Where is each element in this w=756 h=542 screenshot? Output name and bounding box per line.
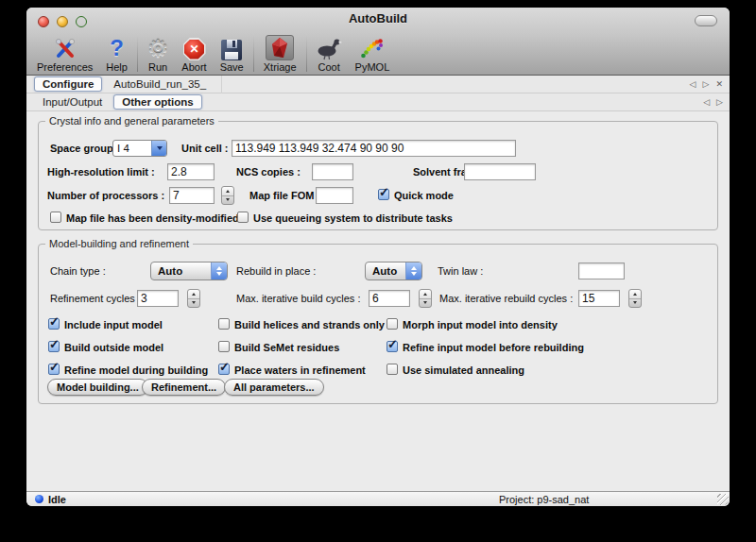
close-tab-icon[interactable]: ✕ (715, 80, 723, 89)
tab-input-output[interactable]: Input/Output (34, 94, 111, 110)
rebuild-in-place-popup[interactable]: Auto (365, 262, 422, 280)
num-processors-label: Number of processors : (47, 187, 164, 204)
status-bar: Idle Project: p9-sad_nat (26, 491, 730, 506)
build-semet-label[interactable]: Build SeMet residues (234, 341, 339, 354)
chevron-down-icon[interactable] (151, 141, 166, 156)
refine-during-building-checkbox[interactable] (48, 364, 60, 375)
build-semet-checkbox[interactable] (218, 341, 230, 352)
toolbar-separator (137, 34, 138, 72)
density-modified-checkbox[interactable] (50, 212, 61, 223)
up-down-arrows-icon (405, 263, 421, 279)
toolbar: Preferences ? Help ⚙ Run ✕ Abort (30, 28, 726, 75)
toolbar-item-label: Run (148, 61, 167, 73)
max-rebuild-cycles-stepper[interactable] (628, 289, 642, 308)
title-bar: AutoBuild Preferences ? Help (26, 8, 730, 76)
toolbar-separator (306, 34, 307, 72)
run-gear-icon: ⚙ (147, 36, 168, 60)
solvent-fraction-input[interactable] (464, 163, 536, 180)
high-res-input[interactable] (167, 163, 215, 180)
place-waters-label[interactable]: Place waters in refinement (234, 364, 366, 377)
close-window-button[interactable] (38, 16, 49, 27)
resize-grip[interactable] (717, 494, 729, 505)
twin-law-input[interactable] (578, 263, 625, 279)
help-question-icon: ? (110, 36, 124, 60)
run-button[interactable]: ⚙ Run (141, 28, 175, 75)
minimize-window-button[interactable] (57, 16, 68, 27)
xtriage-button[interactable]: Xtriage (257, 28, 303, 75)
toolbar-item-label: Coot (318, 61, 339, 73)
main-tab-controls: ◁ ▷ ✕ (690, 76, 723, 93)
refine-before-rebuild-label[interactable]: Refine input model before rebuilding (403, 341, 584, 354)
toolbar-separator (253, 34, 254, 72)
build-outside-model-label[interactable]: Build outside model (64, 341, 163, 354)
save-button[interactable]: Save (214, 28, 250, 75)
toolbar-toggle-button[interactable] (695, 15, 717, 26)
queueing-system-label[interactable]: Use queueing system to distribute tasks (253, 212, 453, 225)
max-build-cycles-label: Max. iterative build cycles : (236, 290, 360, 307)
max-build-cycles-input[interactable] (369, 290, 410, 307)
refinement-cycles-label: Refinement cycles : (50, 290, 141, 307)
chain-type-popup[interactable]: Auto (150, 262, 228, 280)
morph-model-label[interactable]: Morph input model into density (403, 318, 558, 331)
tab-other-options[interactable]: Other options (113, 94, 201, 110)
build-helices-label[interactable]: Build helices and strands only (234, 318, 385, 331)
ncs-copies-input[interactable] (312, 163, 353, 180)
rebuild-in-place-value: Auto (366, 263, 405, 279)
simulated-annealing-label[interactable]: Use simulated annealing (403, 364, 524, 377)
refinement-cycles-input[interactable] (137, 290, 179, 307)
tab-configure[interactable]: Configure (34, 76, 102, 92)
queueing-system-checkbox[interactable] (237, 212, 249, 223)
pymol-button[interactable]: PyMOL (349, 28, 397, 75)
coot-bird-icon (317, 33, 342, 60)
include-input-model-checkbox[interactable] (48, 318, 60, 330)
quick-mode-checkbox[interactable] (378, 189, 389, 200)
simulated-annealing-checkbox[interactable] (387, 364, 398, 375)
window-title: AutoBuild (83, 11, 673, 25)
place-waters-checkbox[interactable] (218, 364, 230, 375)
quick-mode-label[interactable]: Quick mode (394, 189, 454, 202)
save-floppy-icon (221, 33, 242, 60)
project-label: Project: p9-sad_nat (499, 494, 589, 505)
preferences-button[interactable]: Preferences (30, 28, 99, 75)
prev-tab-icon[interactable]: ◁ (703, 98, 710, 107)
next-tab-icon[interactable]: ▷ (716, 98, 723, 107)
num-processors-stepper[interactable] (221, 186, 234, 205)
toolbar-item-label: Preferences (37, 61, 93, 73)
tab-autobuild-run[interactable]: AutoBuild_run_35_ (105, 76, 215, 92)
max-rebuild-cycles-input[interactable] (578, 290, 620, 307)
build-helices-checkbox[interactable] (218, 318, 230, 330)
refine-during-building-label[interactable]: Refine model during building (64, 364, 208, 377)
refine-before-rebuild-checkbox[interactable] (387, 341, 398, 352)
refinement-cycles-stepper[interactable] (187, 289, 200, 308)
toolbar-item-label: Save (220, 61, 244, 73)
traffic-lights (38, 16, 87, 27)
next-tab-icon[interactable]: ▷ (703, 80, 710, 89)
num-processors-input[interactable] (169, 187, 215, 204)
rebuild-in-place-label: Rebuild in place : (236, 263, 316, 279)
model-building-button[interactable]: Model building... (47, 379, 148, 396)
refinement-button[interactable]: Refinement... (142, 379, 226, 396)
space-group-combo[interactable]: I 4 (112, 140, 167, 157)
space-group-value: I 4 (113, 141, 151, 156)
toolbar-item-label: Abort (181, 61, 206, 73)
high-res-label: High-resolution limit : (47, 163, 155, 180)
groupbox-caption: Model-building and refinement (45, 237, 193, 250)
toolbar-item-label: Xtriage (264, 61, 297, 73)
groupbox-caption: Crystal info and general parameters (45, 114, 218, 127)
build-outside-model-checkbox[interactable] (48, 341, 60, 352)
sub-tab-controls: ◁ ▷ (703, 93, 723, 111)
density-modified-label[interactable]: Map file has been density-modified (66, 212, 239, 225)
help-button[interactable]: ? Help (99, 28, 134, 75)
main-tab-bar: Configure AutoBuild_run_35_ ◁ ▷ ✕ (26, 76, 730, 93)
unit-cell-input[interactable] (232, 140, 516, 157)
max-build-cycles-stepper[interactable] (419, 289, 432, 308)
abort-stop-icon: ✕ (183, 33, 206, 60)
model-building-groupbox: Model-building and refinement Chain type… (38, 244, 718, 404)
abort-button[interactable]: ✕ Abort (175, 28, 213, 75)
include-input-model-label[interactable]: Include input model (64, 318, 163, 331)
coot-button[interactable]: Coot (310, 28, 349, 75)
all-parameters-button[interactable]: All parameters... (224, 379, 324, 396)
map-fom-input[interactable] (316, 187, 353, 204)
morph-model-checkbox[interactable] (387, 318, 398, 330)
prev-tab-icon[interactable]: ◁ (690, 80, 696, 89)
